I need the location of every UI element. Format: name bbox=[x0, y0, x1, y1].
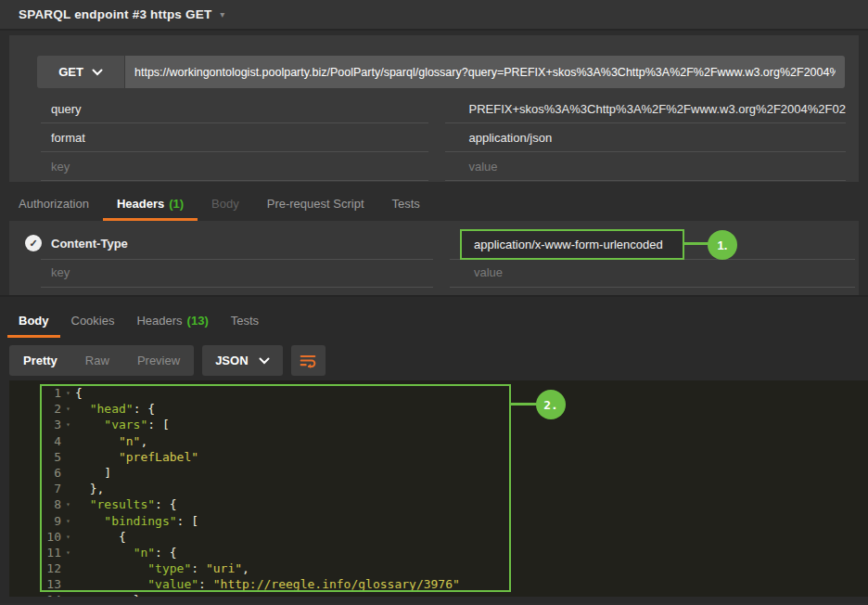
json-punctuation: : { bbox=[155, 497, 176, 511]
chevron-down-icon[interactable]: ▾ bbox=[220, 9, 224, 19]
param-key[interactable]: format bbox=[41, 123, 428, 152]
view-mode-preview[interactable]: Preview bbox=[123, 345, 194, 376]
fold-toggle-icon[interactable]: ▾ bbox=[61, 401, 75, 417]
url-input[interactable] bbox=[125, 56, 845, 88]
line-number: 7 bbox=[9, 481, 61, 496]
code-text: { bbox=[75, 529, 126, 545]
tab-label: Headers bbox=[117, 197, 164, 211]
fold-spacer bbox=[61, 592, 75, 597]
param-key-text: query bbox=[51, 102, 82, 116]
fold-toggle-icon[interactable]: ▾ bbox=[61, 417, 75, 432]
line-number: 13 bbox=[9, 576, 61, 592]
tab-body[interactable]: Body bbox=[198, 187, 253, 221]
code-line: 14 } bbox=[9, 592, 868, 597]
line-number: 1 bbox=[9, 385, 61, 401]
code-text: "type": "uri", bbox=[75, 560, 249, 576]
postman-window: SPARQL endpoint #3 https GET ▾ GET query… bbox=[0, 0, 868, 603]
param-key[interactable]: query bbox=[41, 95, 428, 123]
header-value-annotated-box[interactable]: application/x-www-form-urlencoded bbox=[460, 229, 684, 260]
json-string: "http://reegle.info/glossary/3976" bbox=[213, 577, 460, 591]
code-line: 8▾ "results": { bbox=[9, 496, 868, 512]
json-punctuation: ] bbox=[104, 466, 111, 480]
fold-toggle-icon[interactable]: ▾ bbox=[61, 496, 75, 512]
param-key-input[interactable]: key bbox=[41, 152, 428, 181]
tab-body[interactable]: Body bbox=[7, 302, 60, 338]
tab-headers[interactable]: Headers(1) bbox=[103, 187, 198, 221]
code-line: 9▾ "bindings": [ bbox=[9, 513, 868, 529]
fold-toggle-icon[interactable]: ▾ bbox=[61, 385, 75, 401]
code-text: "prefLabel" bbox=[75, 449, 198, 465]
fold-toggle-icon[interactable]: ▾ bbox=[61, 529, 75, 545]
url-row: GET bbox=[37, 56, 845, 88]
fold-toggle-icon[interactable]: ▾ bbox=[61, 513, 75, 529]
param-value-input[interactable]: value bbox=[445, 152, 847, 181]
json-key: "n" bbox=[134, 546, 155, 560]
param-value-text: PREFIX+skos%3A%3Chttp%3A%2F%2Fwww.w3.org… bbox=[469, 102, 847, 116]
format-label: JSON bbox=[215, 354, 248, 367]
code-text: "bindings": [ bbox=[75, 513, 198, 529]
code-text: "value": "http://reegle.info/glossary/39… bbox=[75, 576, 460, 592]
code-text: } bbox=[75, 592, 140, 597]
tab-pre-request-script[interactable]: Pre-request Script bbox=[253, 187, 378, 221]
view-mode-raw[interactable]: Raw bbox=[71, 345, 123, 376]
param-key-text: format bbox=[51, 131, 85, 145]
fold-toggle-icon[interactable]: ▾ bbox=[61, 545, 75, 560]
tab-headers[interactable]: Headers(13) bbox=[125, 302, 219, 338]
param-value-text: value bbox=[469, 160, 498, 174]
code-line: 12 "type": "uri", bbox=[9, 560, 868, 576]
line-number: 2 bbox=[9, 401, 61, 417]
json-key: "type" bbox=[147, 561, 191, 575]
fold-spacer bbox=[61, 449, 75, 465]
header-enabled-checkbox[interactable]: ✓ bbox=[25, 235, 42, 251]
line-number: 3 bbox=[9, 417, 61, 432]
json-punctuation: : bbox=[191, 561, 206, 575]
code-line: 6 ] bbox=[9, 465, 868, 481]
request-title: SPARQL endpoint #3 https GET bbox=[19, 7, 211, 21]
fold-spacer bbox=[61, 481, 75, 496]
request-titlebar: SPARQL endpoint #3 https GET ▾ bbox=[0, 0, 868, 31]
method-selector[interactable]: GET bbox=[37, 56, 125, 88]
json-key: "head" bbox=[90, 402, 134, 416]
headers-editor: ✓ Content-Type application/x-www-form-ur… bbox=[9, 221, 859, 295]
code-line: 13 "value": "http://reegle.info/glossary… bbox=[9, 576, 868, 592]
code-text: ] bbox=[75, 465, 111, 481]
param-value[interactable]: PREFIX+skos%3A%3Chttp%3A%2F%2Fwww.w3.org… bbox=[445, 95, 847, 123]
code-text: "vars": [ bbox=[75, 417, 170, 432]
response-body-editor[interactable]: 1▾{2▾ "head": {3▾ "vars": [4 "n",5 "pref… bbox=[9, 380, 868, 597]
line-number: 14 bbox=[9, 592, 61, 597]
param-value-text: application/json bbox=[469, 131, 553, 145]
json-string: "prefLabel" bbox=[119, 450, 198, 464]
tab-tests[interactable]: Tests bbox=[220, 302, 270, 338]
code-line: 3▾ "vars": [ bbox=[9, 417, 868, 432]
header-value: application/x-www-form-urlencoded bbox=[474, 238, 663, 251]
param-value[interactable]: application/json bbox=[445, 123, 847, 152]
code-line: 2▾ "head": { bbox=[9, 401, 868, 417]
response-tabs: BodyCookiesHeaders(13)Tests bbox=[0, 297, 868, 338]
divider bbox=[450, 287, 855, 288]
line-number: 12 bbox=[9, 560, 61, 576]
annotation-badge-1: 1. bbox=[708, 230, 737, 260]
tab-label: Cookies bbox=[71, 314, 115, 328]
divider bbox=[41, 259, 433, 260]
fold-spacer bbox=[61, 560, 75, 576]
code-line: 1▾{ bbox=[9, 385, 868, 401]
tab-tests[interactable]: Tests bbox=[378, 187, 434, 221]
header-key[interactable]: Content-Type bbox=[51, 237, 128, 251]
line-number: 5 bbox=[9, 449, 61, 465]
tab-label: Authorization bbox=[19, 197, 89, 211]
format-dropdown[interactable]: JSON bbox=[202, 345, 282, 376]
json-punctuation: } bbox=[134, 593, 141, 597]
header-value-input[interactable]: value bbox=[474, 265, 503, 279]
view-mode-pretty[interactable]: Pretty bbox=[9, 345, 71, 376]
wrap-text-button[interactable] bbox=[291, 345, 326, 376]
json-key: "vars" bbox=[104, 418, 147, 431]
code-line: 7 }, bbox=[9, 481, 868, 496]
annotation-connector bbox=[683, 242, 710, 245]
json-punctuation: { bbox=[119, 530, 126, 544]
response-toolbar: PrettyRawPreview JSON bbox=[0, 338, 868, 380]
line-number: 8 bbox=[9, 496, 61, 512]
json-punctuation: : bbox=[198, 577, 213, 591]
tab-cookies[interactable]: Cookies bbox=[60, 302, 126, 338]
tab-authorization[interactable]: Authorization bbox=[5, 187, 103, 221]
header-key-input[interactable]: key bbox=[51, 265, 70, 279]
